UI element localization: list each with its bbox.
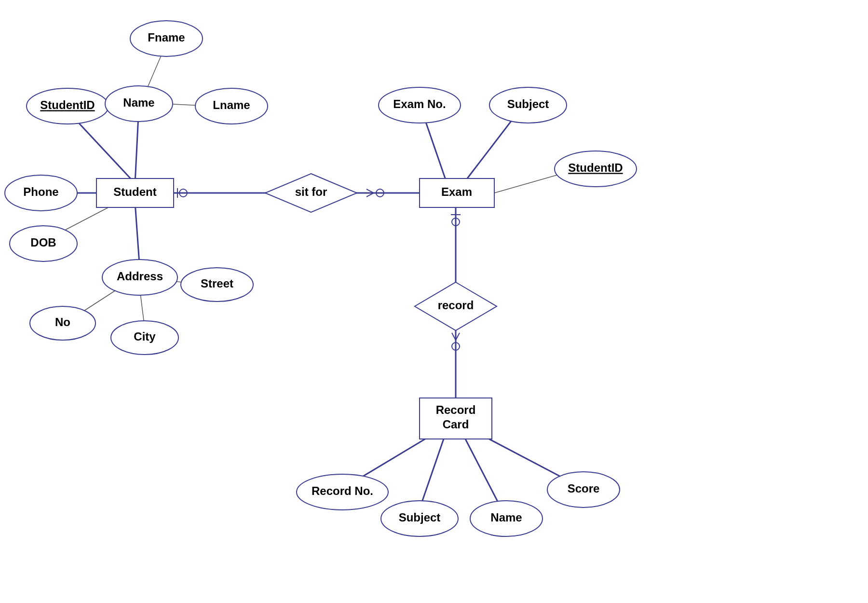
attr-score-label: Score <box>568 482 600 495</box>
er-diagram: Student Exam Record Card sit for record … <box>0 0 868 603</box>
entity-record-card-label-1: Record <box>436 403 476 416</box>
attr-city-label: City <box>134 330 156 343</box>
entity-student-label: Student <box>113 185 156 198</box>
entity-exam-label: Exam <box>441 185 472 198</box>
attr-subject-exam-label: Subject <box>507 97 549 110</box>
attr-no-label: No <box>55 315 70 329</box>
relationship-sit-for-label: sit for <box>295 185 327 198</box>
attr-studentid-label: StudentID <box>40 98 95 111</box>
attr-phone-label: Phone <box>23 185 58 198</box>
conn-recordcard-subject <box>420 439 444 509</box>
attr-address-label: Address <box>117 270 163 283</box>
attr-street-label: Street <box>201 277 233 290</box>
attr-subject-record-label: Subject <box>399 511 441 524</box>
conn-recordcard-name <box>465 439 502 509</box>
entity-record-card-label-2: Card <box>443 418 469 431</box>
attr-examno-label: Exam No. <box>393 97 446 110</box>
relationship-record-label: record <box>438 299 474 312</box>
attr-recordno-label: Record No. <box>312 484 373 497</box>
conn-exam-studentid <box>494 174 562 193</box>
attr-dob-label: DOB <box>30 236 56 249</box>
attr-exam-studentid-label: StudentID <box>568 161 623 174</box>
attr-name-label: Name <box>123 96 154 109</box>
attr-lname-label: Lname <box>213 98 250 111</box>
attr-fname-label: Fname <box>148 31 185 44</box>
attr-name-record-label: Name <box>490 511 522 524</box>
